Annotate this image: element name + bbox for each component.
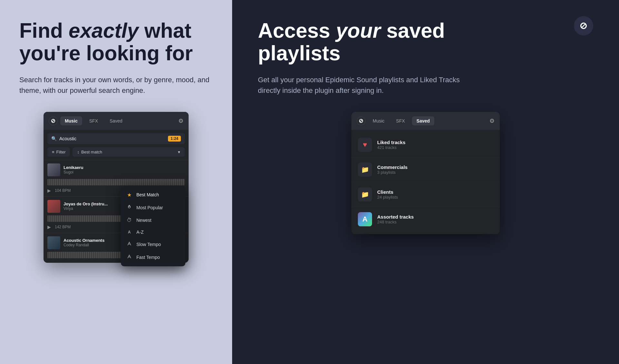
track-thumbnail bbox=[47, 236, 60, 249]
fast-tempo-icon bbox=[126, 254, 133, 261]
saved-item-assorted[interactable]: A Assorted tracks 248 tracks bbox=[351, 207, 500, 231]
saved-name: Liked tracks bbox=[377, 140, 406, 145]
dropdown-label: Newest bbox=[136, 218, 152, 223]
dropdown-item-fast-tempo[interactable]: Fast Tempo bbox=[121, 251, 185, 264]
app-logo bbox=[574, 16, 593, 35]
dropdown-item-best-match[interactable]: ★ Best Match bbox=[121, 189, 185, 201]
slow-tempo-icon bbox=[126, 241, 133, 248]
sort-label: Best match bbox=[81, 150, 102, 154]
saved-name: Assorted tracks bbox=[377, 214, 414, 220]
assorted-icon: A bbox=[358, 212, 372, 226]
dropdown-item-newest[interactable]: ⏱ Newest bbox=[121, 214, 185, 226]
plugin-header-right: Music SFX Saved ⚙ bbox=[351, 112, 500, 130]
right-subtext: Get all your personal Epidemic Sound pla… bbox=[258, 74, 464, 96]
right-headline: Access your saved playlists bbox=[258, 19, 484, 65]
saved-name: Clients bbox=[377, 189, 398, 195]
dropdown-label: Slow Tempo bbox=[136, 242, 161, 247]
heart-icon: ♥ bbox=[358, 138, 372, 152]
tab-sfx-right[interactable]: SFX bbox=[392, 116, 409, 125]
track-name: Lenikaeru bbox=[64, 165, 185, 170]
filter-row: ≡ Filter ↕ Best match ▾ bbox=[47, 147, 185, 157]
saved-meta: 24 playlists bbox=[377, 195, 398, 200]
gear-icon-right[interactable]: ⚙ bbox=[489, 117, 495, 124]
dropdown-label: Best Match bbox=[136, 192, 159, 197]
play-icon[interactable]: ▶ bbox=[47, 224, 51, 230]
play-icon[interactable]: ▶ bbox=[47, 188, 51, 193]
sort-icon: ↕ bbox=[77, 150, 79, 154]
filter-label: Filter bbox=[56, 150, 66, 154]
saved-item-commercials[interactable]: 📁 Commercials 3 playlists bbox=[351, 157, 500, 182]
left-headline: Find exactly what you're looking for bbox=[19, 19, 213, 65]
fire-icon bbox=[126, 204, 133, 211]
right-panel: Access your saved playlists Get all your… bbox=[232, 0, 619, 364]
gear-icon[interactable]: ⚙ bbox=[178, 117, 183, 124]
track-thumbnail bbox=[47, 200, 60, 213]
chevron-down-icon: ▾ bbox=[178, 150, 180, 154]
filter-icon: ≡ bbox=[52, 150, 54, 154]
saved-info: Clients 24 playlists bbox=[377, 189, 398, 200]
tab-sfx[interactable]: SFX bbox=[85, 116, 103, 125]
saved-info: Assorted tracks 248 tracks bbox=[377, 214, 414, 224]
clock-icon: ⏱ bbox=[126, 217, 133, 223]
dropdown-label: Most Popular bbox=[136, 205, 163, 210]
track-artist: Sugoi bbox=[64, 170, 185, 174]
search-bar[interactable]: 🔍 Acoustic 1:24 bbox=[47, 133, 185, 144]
saved-item-liked[interactable]: ♥ Liked tracks 421 tracks bbox=[351, 133, 500, 157]
saved-item-clients[interactable]: 📁 Clients 24 playlists bbox=[351, 182, 500, 207]
tab-saved[interactable]: Saved bbox=[105, 116, 127, 125]
saved-list: ♥ Liked tracks 421 tracks 📁 Commercials … bbox=[351, 130, 500, 234]
az-icon: A bbox=[126, 230, 133, 234]
left-panel: Find exactly what you're looking for Sea… bbox=[0, 0, 232, 364]
sort-button[interactable]: ↕ Best match ▾ bbox=[73, 147, 185, 157]
tab-music[interactable]: Music bbox=[60, 116, 82, 125]
left-plugin-mockup: Music SFX Saved ⚙ 🔍 Acoustic 1:24 ≡ Filt… bbox=[44, 112, 189, 263]
plugin-logo-right bbox=[357, 116, 366, 125]
plugin-header: Music SFX Saved ⚙ bbox=[44, 112, 189, 130]
dropdown-item-most-popular[interactable]: Most Popular bbox=[121, 201, 185, 214]
search-value: Acoustic bbox=[59, 136, 165, 141]
folder-icon: 📁 bbox=[358, 162, 372, 177]
tab-saved-right[interactable]: Saved bbox=[412, 116, 434, 125]
search-icon: 🔍 bbox=[51, 136, 57, 141]
left-subtext: Search for tracks in your own words, or … bbox=[19, 74, 213, 96]
saved-name: Commercials bbox=[377, 164, 408, 170]
dropdown-item-slow-tempo[interactable]: Slow Tempo bbox=[121, 238, 185, 251]
plugin-logo bbox=[49, 116, 58, 125]
saved-meta: 3 playlists bbox=[377, 170, 408, 175]
waveform bbox=[47, 179, 185, 185]
dropdown-item-az[interactable]: A A-Z bbox=[121, 226, 185, 238]
tab-music-right[interactable]: Music bbox=[368, 116, 389, 125]
star-icon: ★ bbox=[126, 192, 133, 198]
dropdown-label: Fast Tempo bbox=[136, 255, 160, 260]
timer-badge: 1:24 bbox=[168, 136, 181, 142]
track-bpm: 104 BPM bbox=[55, 188, 71, 193]
saved-info: Liked tracks 421 tracks bbox=[377, 140, 406, 150]
saved-meta: 421 tracks bbox=[377, 145, 406, 150]
saved-meta: 248 tracks bbox=[377, 220, 414, 224]
track-thumbnail bbox=[47, 163, 60, 176]
dropdown-label: A-Z bbox=[136, 230, 144, 235]
saved-info: Commercials 3 playlists bbox=[377, 164, 408, 175]
sort-dropdown: ★ Best Match Most Popular ⏱ Newest A A-Z bbox=[121, 186, 185, 266]
track-bpm: 142 BPM bbox=[55, 225, 71, 229]
folder-icon-clients: 📁 bbox=[358, 187, 372, 202]
right-plugin-mockup: Music SFX Saved ⚙ ♥ Liked tracks 421 tra… bbox=[351, 112, 500, 234]
track-info: Lenikaeru Sugoi bbox=[64, 165, 185, 174]
filter-button[interactable]: ≡ Filter bbox=[47, 147, 70, 157]
